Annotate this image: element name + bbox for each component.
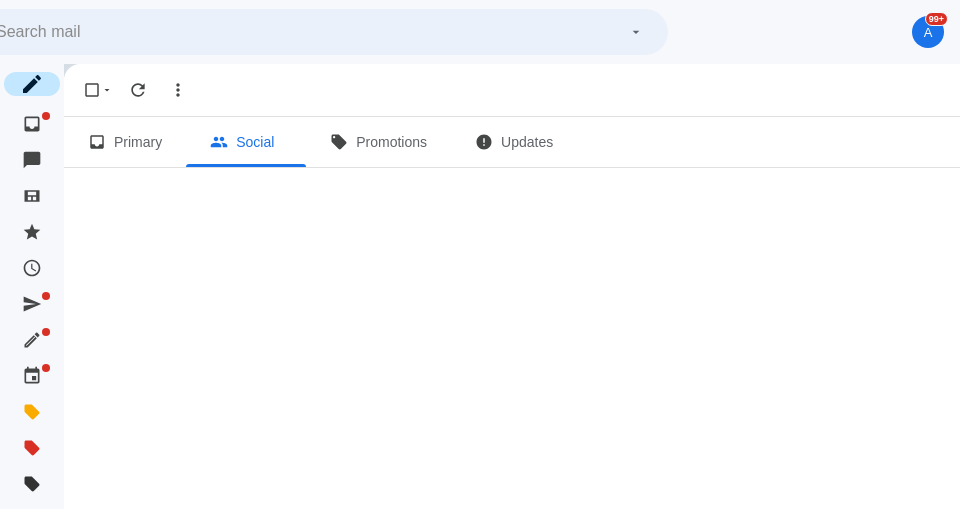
email-list bbox=[64, 168, 960, 509]
sidebar-item-label-dark1[interactable] bbox=[4, 468, 60, 500]
checkbox-icon bbox=[83, 81, 101, 99]
sidebar-item-scheduled[interactable] bbox=[4, 360, 60, 392]
tab-primary-icon bbox=[88, 133, 106, 151]
sidebar-item-starred[interactable] bbox=[4, 216, 60, 248]
scheduled-dot bbox=[42, 364, 50, 372]
label-red-icon bbox=[20, 436, 44, 460]
sidebar-item-spaces[interactable] bbox=[4, 180, 60, 212]
select-all-button[interactable] bbox=[80, 72, 116, 108]
label-yellow-icon bbox=[20, 400, 44, 424]
compose-button[interactable] bbox=[4, 72, 60, 96]
refresh-button[interactable] bbox=[120, 72, 156, 108]
sidebar-item-label-red[interactable] bbox=[4, 432, 60, 464]
sent-dot bbox=[42, 292, 50, 300]
tab-social-icon bbox=[210, 133, 228, 151]
sidebar-item-label-yellow[interactable] bbox=[4, 396, 60, 428]
tab-promotions-label: Promotions bbox=[356, 134, 427, 150]
refresh-icon bbox=[128, 80, 148, 100]
topbar: Gmail bbox=[0, 0, 960, 64]
search-bar bbox=[0, 9, 668, 55]
inbox-dot bbox=[42, 112, 50, 120]
clock-icon bbox=[20, 256, 44, 280]
tab-primary[interactable]: Primary bbox=[64, 117, 186, 167]
tab-social-label: Social bbox=[236, 134, 274, 150]
star-icon bbox=[20, 220, 44, 244]
chat-icon bbox=[20, 148, 44, 172]
tab-updates[interactable]: Updates bbox=[451, 117, 577, 167]
tab-updates-icon bbox=[475, 133, 493, 151]
sidebar bbox=[0, 64, 64, 509]
sidebar-item-sent[interactable] bbox=[4, 288, 60, 320]
label-dark1-icon bbox=[20, 472, 44, 496]
sidebar-item-snoozed[interactable] bbox=[4, 252, 60, 284]
compose-icon bbox=[20, 72, 44, 96]
drafts-dot bbox=[42, 328, 50, 336]
sidebar-item-inbox[interactable] bbox=[4, 108, 60, 140]
inbox-icon bbox=[20, 112, 44, 136]
spaces-icon bbox=[20, 184, 44, 208]
notification-badge: 99+ bbox=[925, 12, 948, 26]
search-dropdown-button[interactable] bbox=[620, 16, 652, 48]
tabs-bar: Primary Social Promotions bbox=[64, 117, 960, 168]
tab-primary-label: Primary bbox=[114, 134, 162, 150]
content-area: Primary Social Promotions bbox=[64, 64, 960, 509]
schedule-icon bbox=[20, 364, 44, 388]
drafts-icon bbox=[20, 328, 44, 352]
sidebar-item-chat[interactable] bbox=[4, 144, 60, 176]
tab-promotions-icon bbox=[330, 133, 348, 151]
more-icon bbox=[168, 80, 188, 100]
toolbar bbox=[64, 64, 960, 117]
more-options-button[interactable] bbox=[160, 72, 196, 108]
main-layout: Primary Social Promotions bbox=[0, 64, 960, 509]
topbar-right: A 99+ bbox=[912, 16, 944, 48]
tab-promotions[interactable]: Promotions bbox=[306, 117, 451, 167]
search-input[interactable] bbox=[0, 23, 620, 41]
sent-icon bbox=[20, 292, 44, 316]
sidebar-item-label-dark2[interactable] bbox=[4, 504, 60, 509]
search-wrapper bbox=[0, 9, 668, 55]
tab-social[interactable]: Social bbox=[186, 117, 306, 167]
tab-updates-label: Updates bbox=[501, 134, 553, 150]
select-dropdown-icon bbox=[101, 84, 113, 96]
sidebar-item-drafts[interactable] bbox=[4, 324, 60, 356]
